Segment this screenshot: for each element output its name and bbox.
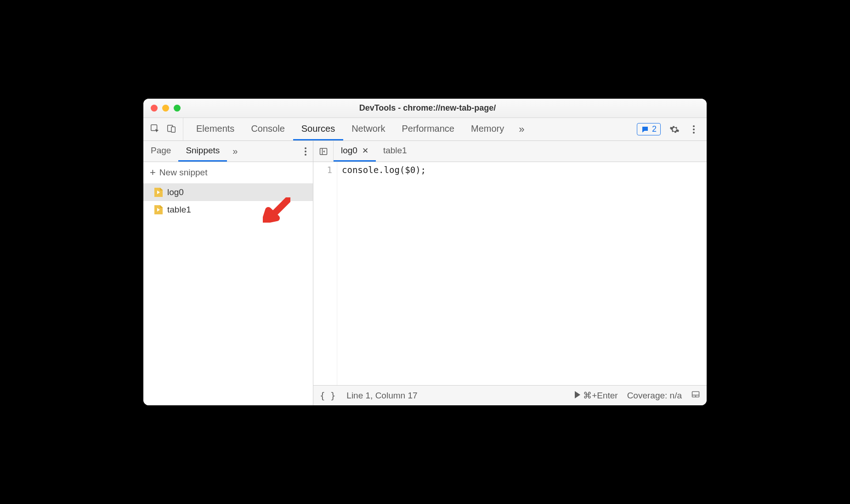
- snippet-file-icon: [154, 188, 163, 197]
- sources-sidebar: Page Snippets » + New snippet log0 table…: [143, 141, 313, 405]
- inspect-element-icon[interactable]: [150, 123, 160, 135]
- close-tab-icon[interactable]: ✕: [362, 146, 368, 156]
- window-controls: [151, 105, 181, 112]
- show-drawer-button[interactable]: [691, 390, 700, 401]
- issues-badge[interactable]: 2: [637, 123, 661, 135]
- settings-button[interactable]: [669, 124, 680, 135]
- sidebar-more-tabs-icon[interactable]: »: [227, 141, 243, 162]
- new-snippet-label: New snippet: [159, 168, 208, 178]
- run-snippet-button[interactable]: ⌘+Enter: [575, 390, 618, 401]
- line-gutter: 1: [313, 162, 337, 385]
- close-window-button[interactable]: [151, 105, 158, 112]
- svg-rect-2: [171, 127, 175, 132]
- tab-memory[interactable]: Memory: [463, 118, 512, 140]
- new-snippet-button[interactable]: + New snippet: [143, 162, 313, 184]
- sidebar-kebab-menu[interactable]: [298, 141, 313, 162]
- play-icon: [575, 391, 580, 398]
- issues-icon: [641, 125, 649, 134]
- sidebar-tabs: Page Snippets »: [143, 141, 313, 162]
- pretty-print-button[interactable]: { }: [320, 391, 335, 401]
- main-tabs: Elements Console Sources Network Perform…: [183, 118, 629, 140]
- titlebar: DevTools - chrome://new-tab-page/: [143, 99, 707, 118]
- tab-console[interactable]: Console: [243, 118, 293, 140]
- snippet-name: log0: [167, 187, 184, 197]
- kebab-menu-button[interactable]: [688, 124, 699, 135]
- snippet-item-log0[interactable]: log0: [143, 184, 313, 201]
- tab-elements[interactable]: Elements: [188, 118, 243, 140]
- device-toolbar-icon[interactable]: [166, 123, 176, 135]
- devtools-window: DevTools - chrome://new-tab-page/ Elemen…: [143, 99, 707, 405]
- main-toolbar: Elements Console Sources Network Perform…: [143, 118, 707, 141]
- cursor-position: Line 1, Column 17: [346, 391, 417, 401]
- editor-statusbar: { } Line 1, Column 17 ⌘+Enter Coverage: …: [313, 385, 707, 405]
- editor-tab-log0[interactable]: log0 ✕: [334, 141, 376, 162]
- editor-tabs: log0 ✕ table1: [313, 141, 707, 162]
- issues-count: 2: [652, 124, 657, 134]
- tab-performance[interactable]: Performance: [394, 118, 463, 140]
- snippet-name: table1: [167, 205, 191, 215]
- line-number: 1: [313, 165, 332, 175]
- editor-tab-label: log0: [341, 146, 357, 156]
- snippet-item-table1[interactable]: table1: [143, 201, 313, 218]
- gear-icon: [669, 124, 680, 134]
- snippet-list: log0 table1: [143, 184, 313, 405]
- toggle-navigator-button[interactable]: [313, 141, 334, 162]
- editor-tab-label: table1: [383, 146, 407, 156]
- editor-tab-table1[interactable]: table1: [376, 141, 414, 162]
- code-editor[interactable]: 1 console.log($0);: [313, 162, 707, 385]
- editor-area: log0 ✕ table1 1 console.log($0); { } Lin…: [313, 141, 707, 405]
- snippet-file-icon: [154, 205, 163, 214]
- plus-icon: +: [150, 167, 156, 179]
- minimize-window-button[interactable]: [162, 105, 169, 112]
- window-title: DevTools - chrome://new-tab-page/: [181, 103, 707, 113]
- sidebar-tab-snippets[interactable]: Snippets: [178, 141, 227, 162]
- tab-sources[interactable]: Sources: [293, 118, 343, 140]
- zoom-window-button[interactable]: [174, 105, 181, 112]
- more-tabs-icon[interactable]: »: [512, 118, 531, 140]
- coverage-status: Coverage: n/a: [627, 391, 682, 401]
- sidebar-tab-page[interactable]: Page: [143, 141, 178, 162]
- code-content[interactable]: console.log($0);: [337, 162, 707, 385]
- tab-network[interactable]: Network: [343, 118, 393, 140]
